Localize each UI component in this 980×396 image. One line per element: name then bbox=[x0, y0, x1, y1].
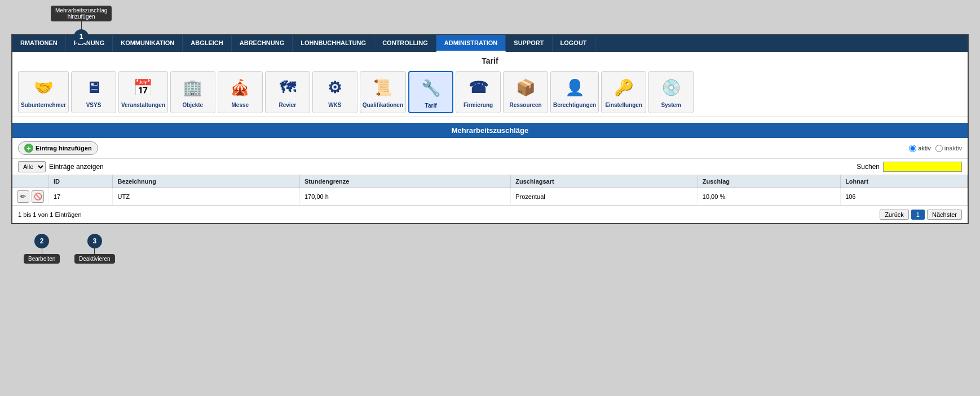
cell-zuschlagsart: Prozentual bbox=[511, 188, 698, 206]
pagination-row: 1 bis 1 von 1 Einträgen Zurück 1 Nächste… bbox=[12, 206, 968, 223]
edit-button[interactable]: ✏ bbox=[17, 190, 29, 203]
wks-icon: ⚙ bbox=[323, 75, 347, 100]
col-bezeichnung: Bezeichnung bbox=[113, 175, 300, 188]
icon-wks[interactable]: ⚙ WKS bbox=[312, 71, 357, 113]
table-row: ✏ 🚫 17 ÜTZ 170,00 h Prozentual 10,00 % 1… bbox=[12, 188, 968, 206]
page-1-button[interactable]: 1 bbox=[911, 210, 925, 220]
icon-qualifikationen[interactable]: 📜 Qualifikationen bbox=[360, 71, 406, 113]
row-actions: ✏ 🚫 bbox=[12, 188, 49, 206]
nav-administration[interactable]: ADMINISTRATION bbox=[436, 35, 506, 52]
ressourcen-icon: 📦 bbox=[513, 75, 538, 100]
pagination-info: 1 bis 1 von 1 Einträgen bbox=[18, 211, 82, 218]
col-actions bbox=[12, 175, 49, 188]
icon-tarif[interactable]: 🔧 Tarif bbox=[408, 71, 453, 113]
cell-id: 17 bbox=[49, 188, 113, 206]
revier-icon: 🗺 bbox=[275, 75, 300, 100]
radio-aktiv-label[interactable]: aktiv bbox=[909, 145, 931, 152]
search-input[interactable] bbox=[883, 162, 962, 172]
icon-einstellungen[interactable]: 🔑 Einstellungen bbox=[601, 71, 646, 113]
icon-subunternehmer[interactable]: 🤝 Subunternehmer bbox=[18, 71, 69, 113]
veranstaltungen-icon: 📅 bbox=[131, 75, 156, 100]
data-table: ID Bezeichnung Stundengrenze Zuschlagsar… bbox=[12, 175, 968, 206]
tooltip-3-circle: 3 bbox=[87, 234, 102, 248]
nav-abrechnung[interactable]: ABRECHNUNG bbox=[232, 35, 293, 52]
vsys-icon: 🖥 bbox=[81, 75, 106, 100]
add-circle-icon: + bbox=[24, 144, 33, 153]
tooltip-3-text: Deaktivieren bbox=[74, 254, 115, 264]
nav-planung[interactable]: PLANUNG bbox=[66, 35, 113, 52]
nav-rmationen[interactable]: RMATIONEN bbox=[12, 35, 66, 52]
icon-ressourcen[interactable]: 📦 Ressourcen bbox=[503, 71, 548, 113]
nav-controlling[interactable]: CONTROLLING bbox=[374, 35, 436, 52]
tooltip-2-circle: 2 bbox=[34, 234, 49, 248]
icon-messe[interactable]: 🎪 Messe bbox=[218, 71, 263, 113]
col-stundengrenze: Stundengrenze bbox=[300, 175, 511, 188]
col-zuschlag: Zuschlag bbox=[698, 175, 840, 188]
col-lohnart: Lohnart bbox=[841, 175, 968, 188]
nav-logout[interactable]: LOGOUT bbox=[553, 35, 595, 52]
filter-row: Alle 10 25 50 Einträge anzeigen Suchen bbox=[12, 159, 968, 175]
nav-lohnbuchhaltung[interactable]: LOHNBUCHHALTUNG bbox=[293, 35, 374, 52]
icon-system[interactable]: 💿 System bbox=[648, 71, 694, 113]
system-icon: 💿 bbox=[659, 75, 683, 100]
nav-abgleich[interactable]: ABGLEICH bbox=[183, 35, 231, 52]
nav-support[interactable]: SUPPORT bbox=[506, 35, 552, 52]
col-id: ID bbox=[49, 175, 113, 188]
nav-kommunikation[interactable]: KOMMUNIKATION bbox=[113, 35, 183, 52]
search-label: Suchen bbox=[857, 163, 880, 171]
top-nav: RMATIONEN PLANUNG KOMMUNIKATION ABGLEICH… bbox=[12, 35, 968, 52]
berechtigungen-icon: 👤 bbox=[562, 75, 587, 100]
filter-select[interactable]: Alle 10 25 50 bbox=[18, 161, 46, 172]
icon-vsys[interactable]: 🖥 VSYS bbox=[71, 71, 116, 113]
filter-label: Einträge anzeigen bbox=[49, 163, 104, 171]
subunternehmer-icon: 🤝 bbox=[31, 75, 56, 100]
icon-grid: 🤝 Subunternehmer 🖥 VSYS 📅 Veranstaltunge… bbox=[12, 68, 968, 117]
tarif-icon: 🔧 bbox=[418, 75, 443, 100]
icon-veranstaltungen[interactable]: 📅 Veranstaltungen bbox=[118, 71, 168, 113]
tooltip-1-text: Mehrarbeitszuschlag hinzufügen bbox=[51, 6, 112, 21]
icon-berechtigungen[interactable]: 👤 Berechtigungen bbox=[550, 71, 599, 113]
aktiv-label: aktiv bbox=[918, 145, 931, 152]
icon-revier[interactable]: 🗺 Revier bbox=[265, 71, 310, 113]
inaktiv-label: inaktiv bbox=[944, 145, 962, 152]
cell-zuschlag: 10,00 % bbox=[698, 188, 840, 206]
cell-stundengrenze: 170,00 h bbox=[300, 188, 511, 206]
radio-group: aktiv inaktiv bbox=[909, 145, 962, 152]
deactivate-button[interactable]: 🚫 bbox=[32, 190, 44, 203]
messe-icon: 🎪 bbox=[228, 75, 253, 100]
qualifikationen-icon: 📜 bbox=[370, 75, 395, 100]
add-entry-button[interactable]: + Eintrag hinzufügen bbox=[18, 141, 98, 155]
toolbar: + Eintrag hinzufügen aktiv inaktiv bbox=[12, 138, 968, 159]
radio-aktiv[interactable] bbox=[909, 145, 916, 152]
mehrarbeit-header: Mehrarbeitszuschläge bbox=[12, 123, 968, 138]
next-button[interactable]: Nächster bbox=[927, 210, 962, 220]
tooltip-2-text: Bearbeiten bbox=[24, 254, 60, 264]
radio-inaktiv[interactable] bbox=[935, 145, 943, 152]
col-zuschlagsart: Zuschlagsart bbox=[511, 175, 698, 188]
tarif-title: Tarif bbox=[12, 52, 968, 68]
einstellungen-icon: 🔑 bbox=[611, 75, 636, 100]
pagination-controls: Zurück 1 Nächster bbox=[880, 210, 962, 220]
cell-lohnart: 106 bbox=[841, 188, 968, 206]
firmierung-icon: ☎ bbox=[466, 75, 491, 100]
main-window: RMATIONEN PLANUNG KOMMUNIKATION ABGLEICH… bbox=[11, 34, 969, 224]
icon-firmierung[interactable]: ☎ Firmierung bbox=[456, 71, 501, 113]
radio-inaktiv-label[interactable]: inaktiv bbox=[935, 145, 962, 152]
cell-bezeichnung: ÜTZ bbox=[113, 188, 300, 206]
objekte-icon: 🏢 bbox=[180, 75, 205, 100]
prev-button[interactable]: Zurück bbox=[880, 210, 909, 220]
icon-objekte[interactable]: 🏢 Objekte bbox=[170, 71, 215, 113]
